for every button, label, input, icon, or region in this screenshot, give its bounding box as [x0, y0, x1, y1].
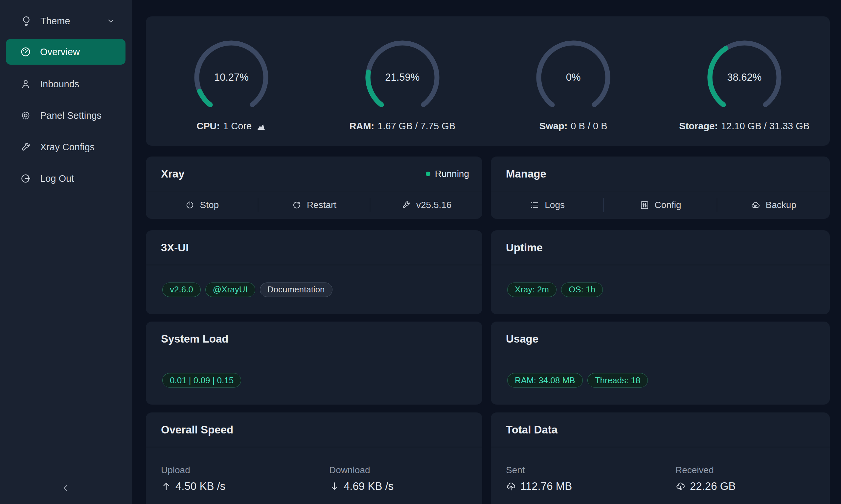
- sidebar-item-label: Overview: [40, 47, 80, 57]
- upload-stat: Upload 4.50 KB /s: [146, 465, 314, 492]
- xui-card: 3X-UI v2.6.0 @XrayUI Documentation: [146, 230, 482, 314]
- power-icon: [185, 200, 195, 210]
- usage-card-title: Usage: [506, 333, 538, 345]
- ram-usage-tag: RAM: 34.08 MB: [507, 373, 583, 388]
- cloud-download-icon: [675, 481, 686, 491]
- cpu-gauge: 10.27% CPU:1 Core: [146, 16, 317, 146]
- sidebar-item-inbounds[interactable]: Inbounds: [0, 71, 132, 97]
- stop-button[interactable]: Stop: [146, 191, 258, 219]
- sidebar-item-label: Inbounds: [40, 79, 79, 90]
- system-stats-card: 10.27% CPU:1 Core 21.59% RAM:1.67 GB / 7…: [146, 16, 830, 146]
- config-button[interactable]: Config: [604, 191, 717, 219]
- area-chart-icon[interactable]: [256, 121, 266, 131]
- arrow-up-icon: [161, 481, 171, 491]
- uptime-card: Uptime Xray: 2m OS: 1h: [491, 230, 830, 314]
- swap-gauge: 0% Swap:0 B / 0 B: [488, 16, 659, 146]
- overall-speed-card: Overall Speed Upload 4.50 KB /s Download…: [146, 412, 482, 504]
- manage-card-title: Manage: [506, 168, 546, 180]
- ram-percent: 21.59%: [363, 38, 442, 117]
- usage-card: Usage RAM: 34.08 MB Threads: 18: [491, 322, 830, 404]
- os-uptime-tag: OS: 1h: [561, 283, 603, 297]
- xui-card-title: 3X-UI: [161, 241, 189, 254]
- cpu-percent: 10.27%: [192, 38, 271, 117]
- storage-gauge: 38.62% Storage:12.10 GB / 31.33 GB: [659, 16, 830, 146]
- sidebar-item-label: Xray Configs: [40, 142, 95, 152]
- xray-version-button[interactable]: v25.5.16: [370, 191, 482, 219]
- storage-percent: 38.62%: [705, 38, 784, 117]
- backup-cloud-icon: [751, 200, 760, 210]
- cpu-label: CPU:1 Core: [196, 121, 266, 131]
- chevron-left-icon: [61, 483, 71, 493]
- logs-button[interactable]: Logs: [491, 191, 603, 219]
- lightbulb-icon: [21, 15, 32, 26]
- running-dot: [426, 172, 430, 176]
- sidebar-item-label: Log Out: [40, 173, 74, 184]
- xray-uptime-tag: Xray: 2m: [507, 283, 556, 297]
- dashboard-gauge-icon: [20, 46, 31, 57]
- theme-label: Theme: [40, 16, 70, 26]
- arrow-down-icon: [329, 481, 340, 491]
- swap-label: Swap:0 B / 0 B: [539, 121, 607, 131]
- system-load-card: System Load 0.01 | 0.09 | 0.15: [146, 322, 482, 404]
- xray-status: Running: [426, 169, 469, 179]
- theme-selector[interactable]: Theme: [0, 10, 132, 32]
- restart-button[interactable]: Restart: [258, 191, 370, 219]
- backup-button[interactable]: Backup: [717, 191, 830, 219]
- xray-card: Xray Running Stop Restart: [146, 157, 482, 219]
- chevron-down-icon: [106, 17, 115, 25]
- ram-label: RAM:1.67 GB / 7.75 GB: [349, 121, 455, 131]
- overall-speed-card-title: Overall Speed: [161, 424, 233, 436]
- documentation-tag[interactable]: Documentation: [260, 283, 332, 297]
- wrench-icon: [20, 141, 31, 152]
- ram-gauge: 21.59% RAM:1.67 GB / 7.75 GB: [317, 16, 488, 146]
- sidebar-item-xray-configs[interactable]: Xray Configs: [0, 134, 132, 160]
- cloud-upload-icon: [506, 481, 516, 491]
- sidebar-item-panel-settings[interactable]: Panel Settings: [0, 103, 132, 128]
- system-load-card-title: System Load: [161, 333, 228, 345]
- sent-stat: Sent 112.76 MB: [491, 465, 660, 492]
- sidebar-item-log-out[interactable]: Log Out: [0, 166, 132, 191]
- storage-label: Storage:12.10 GB / 31.33 GB: [679, 121, 809, 131]
- restart-icon: [292, 200, 302, 210]
- version-tag[interactable]: v2.6.0: [162, 283, 201, 297]
- threads-tag: Threads: 18: [587, 373, 648, 388]
- logout-icon: [20, 173, 31, 184]
- total-data-card-title: Total Data: [506, 424, 557, 436]
- load-average-tag: 0.01 | 0.09 | 0.15: [162, 373, 241, 388]
- sidebar-item-overview[interactable]: Overview: [6, 39, 125, 65]
- total-data-card: Total Data Sent 112.76 MB Received: [491, 412, 830, 504]
- wrench-icon: [401, 200, 411, 210]
- received-stat: Received 22.26 GB: [660, 465, 830, 492]
- download-stat: Download 4.69 KB /s: [314, 465, 482, 492]
- gear-icon: [20, 110, 31, 121]
- sidebar: Theme Overview Inbounds: [0, 0, 132, 504]
- xrayui-tag[interactable]: @XrayUI: [205, 283, 255, 297]
- uptime-card-title: Uptime: [506, 241, 543, 254]
- person-icon: [20, 78, 31, 90]
- sidebar-item-label: Panel Settings: [40, 110, 102, 121]
- manage-card: Manage Logs Config: [491, 157, 830, 219]
- logs-list-icon: [530, 200, 539, 210]
- sidebar-collapse-button[interactable]: [58, 481, 73, 496]
- xray-card-title: Xray: [161, 168, 185, 180]
- sliders-icon: [640, 200, 650, 210]
- swap-percent: 0%: [534, 38, 613, 117]
